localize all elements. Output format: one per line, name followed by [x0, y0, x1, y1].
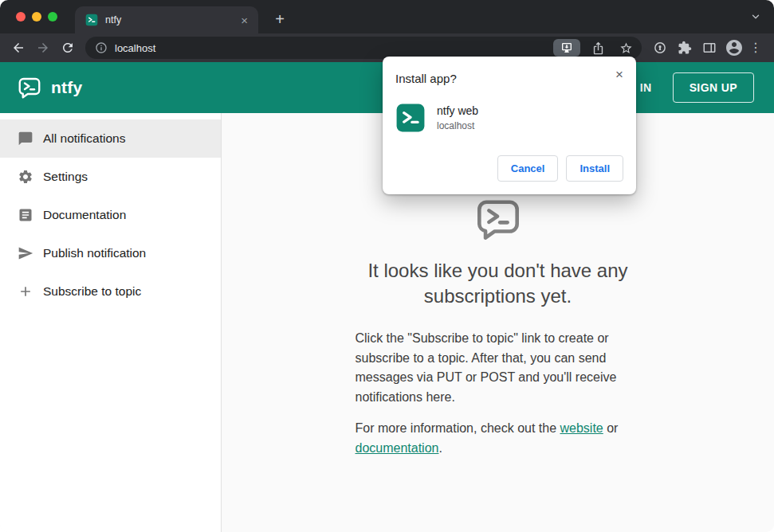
- bookmark-star-icon[interactable]: [615, 37, 636, 58]
- browser-tab[interactable]: ntfy ×: [75, 6, 258, 33]
- ntfy-logo-icon: [18, 76, 41, 100]
- sidebar-item-label: Settings: [43, 170, 88, 184]
- back-button[interactable]: [6, 37, 29, 60]
- dialog-buttons: Cancel Install: [395, 155, 623, 182]
- empty-state-heading: It looks like you don't have any subscri…: [335, 258, 662, 310]
- sidebar-item-publish-notification[interactable]: Publish notification: [0, 234, 221, 272]
- sidebar-item-label: Publish notification: [43, 246, 146, 260]
- traffic-lights: [16, 12, 57, 22]
- new-tab-button[interactable]: +: [269, 6, 290, 33]
- sidebar-item-documentation[interactable]: Documentation: [0, 196, 221, 234]
- titlebar: ntfy × +: [0, 0, 774, 33]
- site-info-icon[interactable]: [95, 41, 108, 54]
- zoom-window-button[interactable]: [48, 12, 57, 22]
- sidebar-item-settings[interactable]: Settings: [0, 158, 221, 196]
- gear-icon: [18, 169, 33, 185]
- side-panel-icon[interactable]: [697, 37, 721, 60]
- dialog-title: Install app?: [395, 72, 623, 85]
- tab-close-icon[interactable]: ×: [238, 13, 250, 28]
- minimize-window-button[interactable]: [32, 12, 41, 22]
- share-icon[interactable]: [587, 37, 608, 58]
- dialog-app-name: ntfy web: [437, 104, 478, 117]
- browser-window: ntfy × + localhost: [0, 0, 774, 532]
- more-info-prefix: For more information, check out the: [356, 421, 560, 435]
- send-icon: [18, 245, 33, 261]
- address-bar[interactable]: localhost: [85, 37, 642, 59]
- app-brand: ntfy: [51, 78, 82, 97]
- dialog-close-icon[interactable]: ×: [614, 66, 625, 83]
- close-window-button[interactable]: [16, 12, 26, 22]
- more-info-suffix: .: [438, 441, 442, 455]
- sign-up-button[interactable]: SIGN UP: [673, 72, 754, 103]
- sidebar-item-subscribe-to-topic[interactable]: Subscribe to topic: [0, 272, 221, 311]
- install-button[interactable]: Install: [566, 155, 623, 182]
- documentation-link[interactable]: documentation: [356, 441, 439, 455]
- website-link[interactable]: website: [560, 421, 603, 435]
- sidebar-item-label: Subscribe to topic: [43, 284, 141, 299]
- install-app-icon[interactable]: [553, 39, 580, 57]
- tab-title: ntfy: [105, 14, 231, 25]
- ntfy-favicon-icon: [85, 14, 98, 26]
- dialog-app-icon: [395, 103, 426, 133]
- tab-search-chevron-icon[interactable]: [750, 11, 761, 22]
- forward-button[interactable]: [31, 37, 54, 60]
- more-info-middle: or: [603, 421, 619, 435]
- dialog-app-origin: localhost: [437, 120, 478, 131]
- article-icon: [18, 207, 33, 223]
- cancel-button[interactable]: Cancel: [497, 155, 559, 182]
- install-app-dialog: Install app? × ntfy web localhost Cancel…: [383, 57, 636, 194]
- extensions-puzzle-icon[interactable]: [673, 37, 696, 60]
- empty-state-paragraph: Click the "Subscribe to topic" link to c…: [356, 329, 641, 408]
- sidebar-item-label: All notifications: [43, 131, 125, 146]
- dialog-app-text: ntfy web localhost: [437, 104, 478, 131]
- profile-avatar[interactable]: [722, 37, 745, 60]
- empty-state-logo-icon: [473, 196, 523, 242]
- password-manager-icon[interactable]: [648, 37, 671, 60]
- sidebar: All notifications Settings Documentation…: [0, 113, 222, 532]
- reload-button[interactable]: [56, 37, 79, 60]
- url-text: localhost: [115, 42, 546, 54]
- chat-bubble-icon: [18, 131, 33, 147]
- dialog-app-row: ntfy web localhost: [395, 103, 623, 133]
- sidebar-item-label: Documentation: [43, 208, 126, 222]
- plus-icon: [18, 284, 33, 299]
- browser-menu-icon[interactable]: ⋮: [747, 37, 764, 59]
- sidebar-item-all-notifications[interactable]: All notifications: [0, 119, 221, 158]
- more-info-paragraph: For more information, check out the webs…: [356, 419, 641, 459]
